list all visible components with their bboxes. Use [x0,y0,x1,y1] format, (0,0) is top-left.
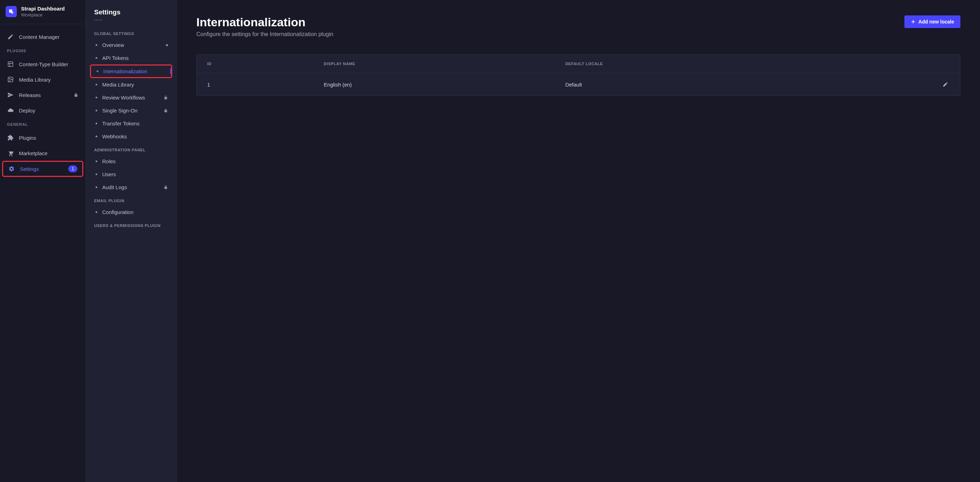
nav-deploy[interactable]: Deploy [0,103,85,118]
locales-table: ID DISPLAY NAME DEFAULT LOCALE 1English … [197,55,960,96]
divider [94,20,103,20]
nav-media-library[interactable]: Media Library [0,72,85,87]
bullet-icon [95,211,97,213]
page-title: Internationalization [196,15,333,29]
svg-point-6 [9,78,10,79]
nav-label: Content-Type Builder [19,61,68,67]
indicator-dot-icon [166,44,168,46]
sidebar-main: Strapi Dashboard Workplace Content Manag… [0,0,86,482]
sub-item-media-library[interactable]: Media Library [86,78,177,91]
nav-releases[interactable]: Releases [0,87,85,103]
puzzle-icon [7,134,14,141]
nav-label: Plugins [19,135,36,141]
sub-item-overview[interactable]: Overview [86,38,177,51]
nav-label: Marketplace [19,150,48,156]
cell-display-name: English (en) [313,73,555,96]
button-label: Add new locale [918,19,954,24]
strapi-logo-icon [6,6,17,17]
cell-default: Default [555,73,825,96]
bullet-icon [95,173,97,175]
bullet-icon [95,123,97,124]
nav-heading-general: GENERAL [0,118,85,130]
plus-icon [911,19,916,24]
sub-item-label: Webhooks [102,134,127,139]
nav-content-manager[interactable]: Content Manager [0,29,85,45]
lock-icon [164,95,168,100]
bullet-icon [95,57,97,59]
col-actions [825,55,960,73]
nav-label: Media Library [19,77,51,83]
sub-item-configuration[interactable]: Configuration [86,206,177,219]
bullet-icon [95,97,97,99]
cell-id: 1 [197,73,313,96]
table-row[interactable]: 1English (en)Default [197,73,960,96]
sub-heading: USERS & PERMISSIONS PLUGIN [86,219,177,230]
bullet-icon [95,186,97,188]
sub-item-webhooks[interactable]: Webhooks [86,130,177,143]
sub-item-label: API Tokens [102,55,129,61]
col-default-locale: DEFAULT LOCALE [555,55,825,73]
nav-plugins[interactable]: Plugins [0,130,85,145]
paper-plane-icon [7,91,14,99]
bullet-icon [95,136,97,137]
svg-rect-1 [11,11,13,14]
sub-item-label: Transfer Tokens [102,120,140,126]
nav-label: Content Manager [19,34,59,40]
sub-heading: GLOBAL SETTINGS [86,27,177,38]
svg-rect-2 [8,62,13,67]
nav-label: Settings [20,166,39,172]
image-icon [7,76,14,83]
sub-heading: EMAIL PLUGIN [86,194,177,206]
locales-table-card: ID DISPLAY NAME DEFAULT LOCALE 1English … [196,54,960,96]
nav-label: Deploy [19,107,35,113]
sub-item-single-sign-on[interactable]: Single Sign-On [86,104,177,117]
col-id: ID [197,55,313,73]
cloud-icon [7,107,14,114]
cell-actions [825,73,960,96]
sub-item-audit-logs[interactable]: Audit Logs [86,181,177,194]
sub-item-label: Audit Logs [102,184,127,190]
nav-settings[interactable]: Settings 1 [2,161,83,177]
bullet-icon [95,84,97,85]
nav-content-type-builder[interactable]: Content-Type Builder [0,56,85,72]
lock-icon [164,185,168,190]
sub-item-roles[interactable]: Roles [86,155,177,168]
sub-item-label: Overview [102,42,124,48]
settings-badge: 1 [68,165,77,172]
sub-item-review-workflows[interactable]: Review Workflows [86,91,177,104]
pencil-icon [943,81,948,87]
pencil-square-icon [7,33,14,40]
bullet-icon [95,110,97,112]
brand-subtitle: Workplace [21,12,65,18]
sub-item-users[interactable]: Users [86,168,177,181]
sub-item-label: Users [102,171,116,177]
page-description: Configure the settings for the Internati… [196,31,333,37]
cart-icon [7,150,14,156]
col-display-name: DISPLAY NAME [313,55,555,73]
sidebar-settings: Settings GLOBAL SETTINGSOverviewAPI Toke… [86,0,177,482]
add-locale-button[interactable]: Add new locale [904,15,960,28]
sub-item-label: Single Sign-On [102,107,138,113]
sub-item-internationalization[interactable]: Internationalization [90,64,172,78]
lock-icon [164,108,168,113]
sub-item-label: Configuration [102,209,134,215]
layout-icon [7,61,14,68]
brand-header[interactable]: Strapi Dashboard Workplace [0,0,85,24]
nav-marketplace[interactable]: Marketplace [0,145,85,161]
sub-item-label: Review Workflows [102,94,145,101]
settings-title: Settings [86,8,177,20]
sub-item-label: Media Library [102,81,134,88]
bullet-icon [95,160,97,162]
brand-title: Strapi Dashboard [21,6,65,11]
sub-item-api-tokens[interactable]: API Tokens [86,51,177,64]
gear-icon [8,165,15,172]
bullet-icon [95,44,97,46]
lock-icon [73,93,78,97]
edit-button[interactable] [941,80,950,89]
sub-heading: ADMINISTRATION PANEL [86,143,177,155]
main-content: Internationalization Configure the setti… [177,0,980,482]
nav-heading-plugins: PLUGINS [0,45,85,56]
bullet-icon [97,70,99,72]
sub-item-label: Internationalization [103,68,147,74]
sub-item-transfer-tokens[interactable]: Transfer Tokens [86,117,177,130]
